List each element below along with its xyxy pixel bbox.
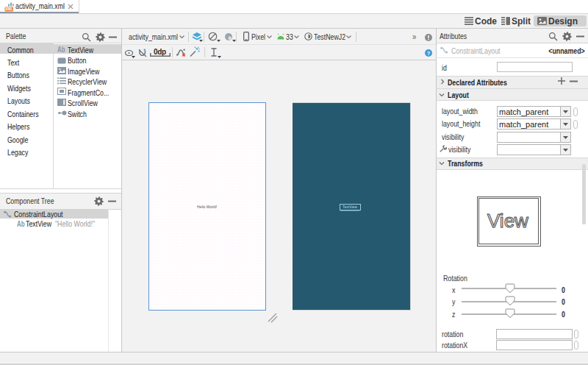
svg-text:?: ? xyxy=(427,50,431,57)
svg-text:XML: XML xyxy=(5,7,13,11)
